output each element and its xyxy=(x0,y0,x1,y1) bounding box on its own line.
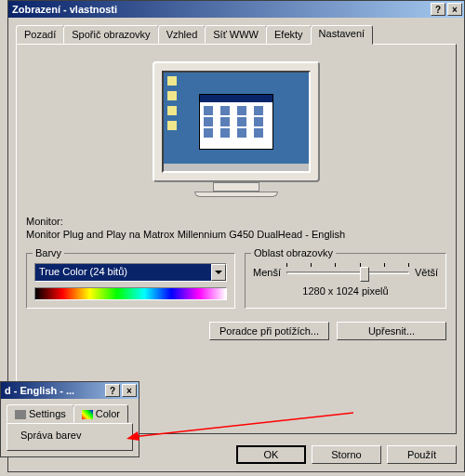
monitor-preview xyxy=(26,61,446,197)
titlebar[interactable]: Zobrazení - vlastnosti ? × xyxy=(8,1,464,18)
help-button[interactable]: ? xyxy=(105,384,120,397)
colors-group: Barvy True Color (24 bitů) xyxy=(26,253,235,309)
desktop-icon xyxy=(167,76,177,86)
tab-strip: Pozadí Spořič obrazovky Vzhled Síť WWW E… xyxy=(16,25,457,44)
window-title: d - English - ... xyxy=(3,385,103,396)
colors-group-title: Barvy xyxy=(33,247,64,258)
help-button[interactable]: ? xyxy=(431,3,445,16)
color-depth-value: True Color (24 bitů) xyxy=(35,264,211,281)
combo-dropdown-button[interactable] xyxy=(211,264,226,281)
advanced-properties-window: d - English - ... ? × Settings Color Spr… xyxy=(0,381,140,457)
color-icon xyxy=(82,410,93,419)
tab-settings-adv[interactable]: Settings xyxy=(7,404,74,423)
desktop-icon xyxy=(167,121,177,130)
desktop-icon xyxy=(167,91,177,100)
monitor-label: Monitor: xyxy=(26,216,446,227)
slider-more-label: Větší xyxy=(415,267,438,278)
slider-thumb[interactable] xyxy=(360,267,369,282)
titlebar[interactable]: d - English - ... ? × xyxy=(1,382,139,399)
tab-appearance[interactable]: Vzhled xyxy=(158,25,206,44)
window-title: Zobrazení - vlastnosti xyxy=(10,4,429,15)
resolution-slider[interactable] xyxy=(286,263,409,282)
desktop-icon xyxy=(167,106,177,115)
settings-icon xyxy=(15,410,26,419)
tab-screensaver[interactable]: Spořič obrazovky xyxy=(63,25,158,44)
tab-background[interactable]: Pozadí xyxy=(16,25,64,44)
advanced-button[interactable]: Upřesnit... xyxy=(337,322,446,340)
color-management-label: Správa barev xyxy=(20,430,81,441)
screen-area-group: Oblast obrazovky Menší Větší 1280 x 1024… xyxy=(245,253,446,309)
close-button[interactable]: × xyxy=(447,3,462,16)
tab-color-adv[interactable]: Color xyxy=(73,404,128,423)
close-button[interactable]: × xyxy=(122,384,137,397)
color-management-panel: Správa barev xyxy=(7,423,133,451)
troubleshoot-button[interactable]: Poradce při potížích... xyxy=(209,322,329,340)
apply-button[interactable]: Použít xyxy=(387,445,457,464)
monitor-value: Monitor Plug and Play na Matrox Millenni… xyxy=(26,229,446,240)
resolution-text: 1280 x 1024 pixelů xyxy=(253,285,438,297)
settings-panel: Monitor: Monitor Plug and Play na Matrox… xyxy=(16,44,457,434)
slider-less-label: Menší xyxy=(253,267,281,278)
screen-area-title: Oblast obrazovky xyxy=(251,247,336,258)
color-spectrum-preview xyxy=(34,287,227,300)
tab-effects[interactable]: Efekty xyxy=(266,25,312,44)
color-depth-combo[interactable]: True Color (24 bitů) xyxy=(34,263,227,282)
tab-settings[interactable]: Nastavení xyxy=(311,25,374,45)
ok-button[interactable]: OK xyxy=(236,445,306,464)
tab-web[interactable]: Síť WWW xyxy=(205,25,267,44)
cancel-button[interactable]: Storno xyxy=(312,445,381,464)
